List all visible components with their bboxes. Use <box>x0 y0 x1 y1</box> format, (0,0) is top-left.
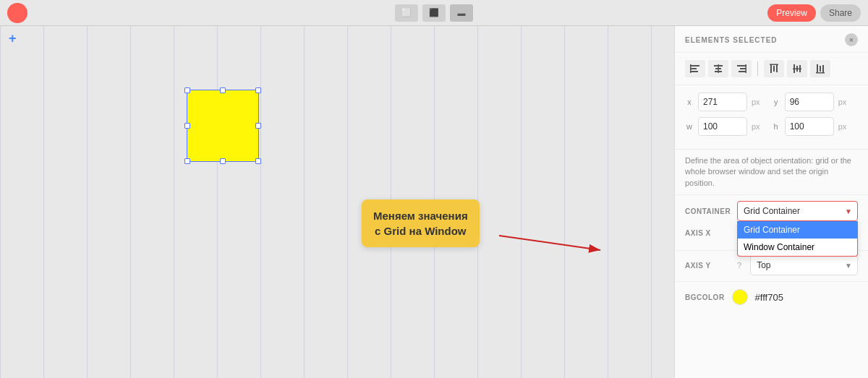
x-input[interactable] <box>698 93 747 111</box>
y-px-unit: px <box>838 98 847 106</box>
handle-mid-left[interactable] <box>184 123 190 129</box>
plus-cursor-icon: + <box>9 32 17 45</box>
svg-rect-4 <box>691 71 698 72</box>
h-input[interactable] <box>785 117 834 136</box>
align-right-icon[interactable] <box>731 60 752 77</box>
axis-y-help-icon[interactable]: ? <box>737 261 741 270</box>
selection-border <box>187 90 259 162</box>
svg-rect-10 <box>737 65 746 66</box>
svg-rect-13 <box>746 64 747 73</box>
panel-title: ELEMENTS SELECTED <box>685 36 778 44</box>
svg-rect-21 <box>793 69 801 70</box>
callout-line1: Меняем значения <box>373 210 468 222</box>
align-left-icon[interactable] <box>685 60 705 77</box>
svg-rect-23 <box>820 66 821 72</box>
handle-top-center[interactable] <box>220 87 226 93</box>
svg-rect-11 <box>740 68 746 69</box>
container-dropdown-menu: Grid Container Window Container <box>737 221 858 257</box>
svg-rect-15 <box>773 66 775 72</box>
toolbar-icon-3[interactable]: ▬ <box>450 4 473 22</box>
svg-rect-14 <box>770 64 772 73</box>
svg-rect-22 <box>817 64 818 73</box>
callout-line2: с Grid на Window <box>375 225 466 237</box>
wh-row: w px h px <box>685 117 858 136</box>
dropdown-item-grid[interactable]: Grid Container <box>738 221 857 239</box>
toolbar-icons: ⬜ ⬛ ▬ <box>395 4 473 22</box>
container-row: CONTAINER Grid Container Window Containe… <box>685 201 858 221</box>
svg-rect-17 <box>770 64 778 66</box>
axis-x-label: AXIS X <box>685 229 731 237</box>
handle-bottom-left[interactable] <box>184 158 190 164</box>
axis-y-dropdown[interactable]: Top Bottom Center <box>750 255 858 275</box>
container-label: CONTAINER <box>685 207 731 215</box>
axis-y-dropdown-wrapper: Top Bottom Center ▼ <box>750 255 858 275</box>
bgcolor-swatch[interactable] <box>732 289 748 305</box>
h-label: h <box>772 122 780 131</box>
top-bar-left <box>7 3 27 26</box>
handle-mid-right[interactable] <box>255 123 261 129</box>
right-panel: ELEMENTS SELECTED × <box>674 26 868 378</box>
align-separator <box>757 61 758 76</box>
w-input[interactable] <box>698 117 747 136</box>
container-section: CONTAINER Grid Container Window Containe… <box>675 195 868 250</box>
bgcolor-hex-value: #fff705 <box>755 292 783 303</box>
svg-rect-12 <box>739 71 746 72</box>
w-label: w <box>685 122 694 131</box>
toolbar-icon-2[interactable]: ⬛ <box>422 4 446 22</box>
handle-bottom-center[interactable] <box>220 158 226 164</box>
description-text: Define the area of object orientation: g… <box>675 150 868 195</box>
axis-y-label: AXIS Y <box>685 262 731 270</box>
coords-section: x px y px w px h px <box>675 85 868 150</box>
svg-rect-9 <box>718 64 720 73</box>
y-input[interactable] <box>785 93 834 111</box>
svg-rect-25 <box>816 72 825 74</box>
align-center-icon[interactable] <box>708 60 728 77</box>
handle-top-right[interactable] <box>255 87 261 93</box>
handle-bottom-right[interactable] <box>255 158 261 164</box>
preview-button[interactable]: Preview <box>767 4 816 22</box>
svg-line-1 <box>499 236 600 250</box>
svg-rect-3 <box>691 68 697 69</box>
main-area: + Меняем значения с Grid на Window <box>0 26 868 378</box>
align-row <box>675 53 868 85</box>
container-dropdown-wrapper: Grid Container Window Container ▼ Grid C… <box>737 201 858 221</box>
h-px-unit: px <box>838 122 847 131</box>
svg-rect-24 <box>822 65 824 72</box>
x-px-unit: px <box>752 98 760 106</box>
grid-overlay <box>0 26 674 378</box>
dropdown-item-window[interactable]: Window Container <box>738 239 857 256</box>
share-button[interactable]: Share <box>820 4 861 22</box>
callout-tooltip: Меняем значения с Grid на Window <box>362 199 480 247</box>
bgcolor-section: BGCOLOR #fff705 <box>675 281 868 312</box>
panel-close-button[interactable]: × <box>845 33 858 46</box>
top-bar: ⬜ ⬛ ▬ Preview Share <box>0 0 868 26</box>
svg-rect-5 <box>690 64 692 73</box>
close-circle-icon[interactable] <box>7 3 27 23</box>
svg-rect-16 <box>776 65 778 72</box>
x-label: x <box>685 98 694 106</box>
align-middle-icon[interactable] <box>787 60 807 77</box>
align-bottom-icon[interactable] <box>810 60 830 77</box>
toolbar-icon-1[interactable]: ⬜ <box>395 4 418 22</box>
w-px-unit: px <box>752 122 760 131</box>
svg-rect-2 <box>691 65 699 66</box>
container-dropdown[interactable]: Grid Container Window Container <box>737 201 858 221</box>
y-label: y <box>772 98 780 106</box>
canvas-element[interactable] <box>187 90 259 162</box>
canvas-area[interactable]: + Меняем значения с Grid на Window <box>0 26 674 378</box>
align-top-icon[interactable] <box>764 60 784 77</box>
panel-header: ELEMENTS SELECTED × <box>675 26 868 53</box>
bgcolor-label: BGCOLOR <box>685 293 725 301</box>
handle-top-left[interactable] <box>184 87 190 93</box>
top-bar-right: Preview Share <box>767 4 861 22</box>
xy-row: x px y px <box>685 93 858 111</box>
